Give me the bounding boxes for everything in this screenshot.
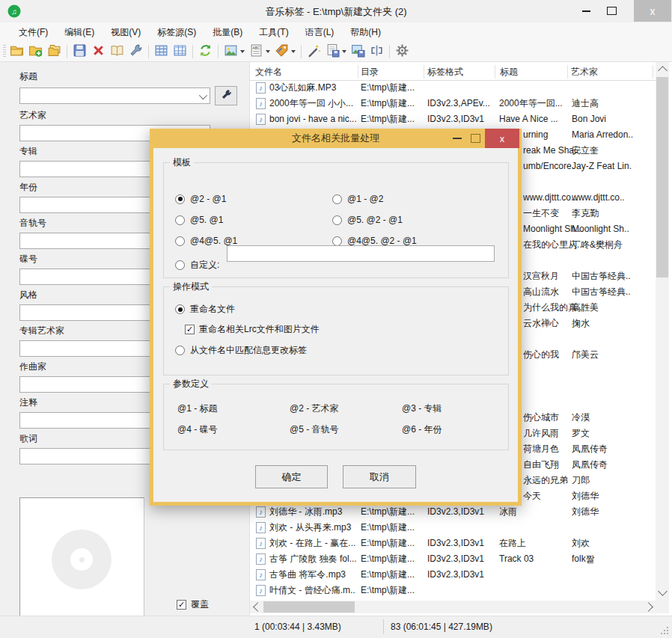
toolbar-separator [389, 45, 390, 58]
column-divider[interactable] [653, 65, 653, 79]
column-header-title[interactable]: 标题 [500, 66, 518, 78]
template-option-radio-5[interactable]: @4@5. @2 - @1 [332, 236, 417, 246]
save-page-button[interactable] [324, 43, 348, 61]
column-header-directory[interactable]: 目录 [361, 66, 379, 78]
delete-button[interactable] [90, 43, 107, 61]
table-row[interactable]: ♪2000年等一回 小小...E:\tmp\新建...ID3v2.3,APEv.… [250, 96, 669, 111]
scroll-right-icon[interactable] [644, 602, 653, 612]
cell-filename: 刘德华 - 冰雨.mp3 [269, 504, 356, 520]
template-option-label: @4@5. @2 - @1 [347, 236, 417, 246]
lyrics-button[interactable]: ABC [248, 43, 272, 61]
menu-item-language[interactable]: 语言(L) [297, 23, 343, 42]
cell-artist: www.djttt.co.. [572, 190, 660, 206]
column-divider[interactable] [495, 65, 495, 79]
table-row[interactable]: ♪03心乱如麻.MP3E:\tmp\新建... [250, 80, 669, 96]
overwrite-checkbox[interactable]: ✓覆盖 [177, 598, 209, 611]
scroll-left-icon[interactable] [253, 602, 263, 612]
column-header-artist[interactable]: 艺术家 [571, 66, 598, 78]
wrench-icon [221, 89, 232, 102]
menu-item-file[interactable]: 文件(F) [10, 23, 56, 42]
table-row[interactable]: ♪刘德华 - 冰雨.mp3E:\tmp\新建...ID3v2.3,ID3v1冰雨… [250, 504, 669, 520]
column-header-filename[interactable]: 文件名 [255, 66, 282, 78]
match-from-filename-radio[interactable]: 从文件名中匹配信息更改标签 [175, 344, 307, 357]
close-button[interactable]: x [634, 0, 671, 22]
rename-related-checkbox[interactable]: ✓ 重命名相关Lrc文件和图片文件 [185, 323, 320, 336]
menu-item-help[interactable]: 帮助(H) [342, 23, 389, 42]
fix-tools-button[interactable] [127, 43, 144, 61]
dialog-minimize-button[interactable] [453, 138, 462, 139]
chevron-down-icon[interactable] [199, 91, 207, 99]
custom-template-input[interactable] [227, 245, 495, 262]
scroll-up-icon[interactable] [658, 66, 668, 76]
menu-item-view[interactable]: 视图(V) [103, 23, 149, 42]
table-row[interactable]: ♪古筝曲 将军令.mp3E:\tmp\新建...ID3v2.3,ID3v1 [250, 567, 669, 583]
vertical-scrollbar[interactable] [656, 62, 669, 601]
column-divider[interactable] [424, 65, 424, 79]
open-folder-button[interactable] [8, 43, 25, 61]
dropdown-arrow-icon[interactable] [342, 50, 346, 53]
table-row[interactable]: ♪bon jovi - have a nic...E:\tmp\新建...ID3… [250, 111, 669, 127]
rename-files-radio[interactable]: 重命名文件 [175, 303, 235, 316]
menu-item-tag-source[interactable]: 标签源(S) [149, 23, 204, 42]
template-option-radio-3[interactable]: @5. @2 - @1 [332, 215, 403, 225]
cell-title: 冰雨 [499, 504, 568, 520]
save-button[interactable] [71, 43, 88, 61]
refresh-button[interactable] [197, 43, 214, 61]
column-divider[interactable] [358, 65, 358, 79]
dialog-title: 文件名相关批量处理 [150, 129, 522, 148]
album-art-placeholder[interactable] [19, 497, 144, 622]
cover-art-button[interactable] [222, 43, 246, 61]
title-combobox[interactable] [19, 88, 210, 104]
cancel-button[interactable]: 取消 [343, 465, 416, 488]
magic-wand-icon [307, 43, 321, 60]
template-option-radio-4[interactable]: @4@5. @1 [175, 236, 237, 246]
table-row[interactable]: ♪刘欢 - 从头再来.mp3E:\tmp\新建... [250, 520, 669, 536]
menu-item-batch[interactable]: 批量(B) [204, 23, 251, 42]
save-image-button[interactable] [349, 43, 367, 61]
magic-wand-button[interactable] [305, 43, 323, 61]
add-folder-button[interactable] [27, 43, 44, 61]
table-row[interactable]: ♪刘欢 - 在路上 - 赢在...E:\tmp\新建...ID3v2.3,ID3… [250, 536, 669, 551]
title-tools-button[interactable] [215, 86, 237, 105]
resize-grip[interactable] [661, 627, 668, 634]
menu-item-edit[interactable]: 编辑(E) [56, 23, 103, 42]
template-option-radio-2[interactable]: @5. @1 [175, 215, 223, 225]
maximize-button[interactable] [599, 0, 624, 22]
vertical-scroll-thumb[interactable] [656, 77, 668, 277]
svg-text:♪: ♪ [259, 555, 263, 563]
dialog-maximize-button[interactable] [471, 134, 480, 143]
dialog-close-button[interactable]: x [485, 129, 519, 148]
cell-directory: E:\tmp\新建... [361, 96, 424, 111]
template-option-label: @5. @2 - @1 [347, 215, 403, 225]
rename-related-label: 重命名相关Lrc文件和图片文件 [199, 323, 320, 336]
settings-button[interactable] [394, 43, 411, 61]
column-header-tag-format[interactable]: 标签格式 [427, 66, 463, 78]
template-option-radio-0[interactable]: @2 - @1 [175, 194, 226, 204]
open-folders-button[interactable] [46, 43, 63, 61]
minimize-button[interactable] [573, 0, 599, 22]
toolbar-separator [218, 45, 219, 58]
custom-template-radio[interactable]: 自定义: [175, 259, 219, 272]
ok-button[interactable]: 确定 [255, 465, 328, 488]
cell-title: Have A Nice ... [499, 111, 568, 127]
scroll-down-icon[interactable] [658, 586, 668, 596]
template-option-radio-1[interactable]: @1 - @2 [332, 194, 383, 204]
dropdown-arrow-icon[interactable] [266, 50, 270, 53]
dropdown-arrow-icon[interactable] [291, 50, 296, 53]
cell-directory: E:\tmp\新建... [361, 111, 424, 127]
library-button[interactable] [109, 43, 126, 61]
table-row[interactable]: ♪古筝 广陵散 独奏 fol...E:\tmp\新建...ID3v2.3,ID3… [250, 551, 669, 567]
column-divider[interactable] [567, 65, 568, 79]
scrollbar-corner [656, 601, 669, 613]
horizontal-scrollbar[interactable] [250, 601, 656, 613]
swap-fields-button[interactable] [368, 43, 385, 61]
tag-convert-button[interactable] [273, 43, 297, 61]
horizontal-scroll-thumb[interactable] [263, 601, 355, 613]
grid-columns-button[interactable] [171, 43, 189, 61]
menu-item-tools[interactable]: 工具(T) [251, 23, 296, 42]
cell-directory: E:\tmp\新建... [361, 583, 424, 598]
grid-view-button[interactable] [153, 43, 170, 61]
table-row[interactable]: ♪叶倩文 - 曾经心痛.m...E:\tmp\新建... [250, 583, 669, 598]
param-definition-5: @5 - 音轨号 [290, 423, 339, 435]
dropdown-arrow-icon[interactable] [240, 50, 245, 53]
